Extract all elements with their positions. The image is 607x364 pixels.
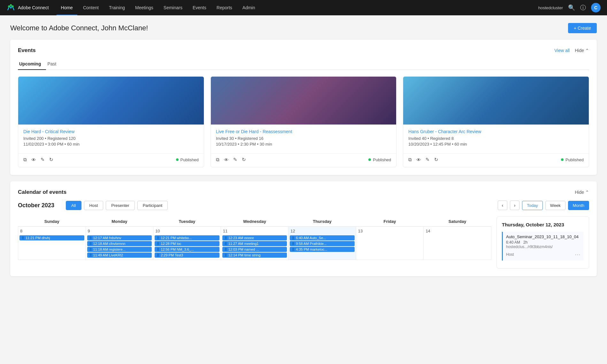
- cal-day-number: 9: [87, 228, 152, 234]
- calendar-event-item[interactable]: 👤11:27 AM meeting1: [222, 241, 287, 246]
- help-icon[interactable]: ⓘ: [580, 4, 586, 11]
- calendar-event-item[interactable]: 👤12:03 PM named ...: [222, 247, 287, 252]
- nav-links: HomeContentTrainingMeetingsSeminarsEvent…: [57, 0, 538, 15]
- event-action-icons: ⧉ 👁 ✎ ↻: [23, 157, 53, 163]
- cal-filter-participant[interactable]: Participant: [137, 201, 168, 210]
- calendar-event-item[interactable]: 👤11:49 AM LiveKRl2: [87, 253, 152, 258]
- tab-past[interactable]: Past: [46, 59, 61, 70]
- events-card-header: Events View all Hide ⌃: [18, 47, 589, 54]
- calendar-event-item[interactable]: 👤11:21 PM dhvhj: [19, 235, 84, 240]
- preview-icon[interactable]: 👁: [31, 157, 36, 163]
- edit-icon[interactable]: ✎: [41, 157, 45, 163]
- cal-filter-all[interactable]: All: [66, 201, 81, 210]
- username: hostedcluster: [538, 5, 563, 10]
- calendar-event-item[interactable]: 👤12:18 AM cfnvbrmnn: [87, 241, 152, 246]
- cal-cell-8: 8👤11:21 PM dhvhj: [18, 227, 86, 260]
- nav-link-training[interactable]: Training: [104, 0, 129, 15]
- status-dot: [368, 158, 371, 161]
- calendar-event-item[interactable]: 👤12:28 PM loc: [155, 241, 219, 246]
- logo-icon: [6, 3, 15, 12]
- calendar-grid-wrapper: SundayMondayTuesdayWednesdayThursdayFrid…: [18, 216, 491, 269]
- cal-filter-host[interactable]: Host: [84, 201, 104, 210]
- cal-cell-10: 10👤12:21 PM whitebo...👤12:28 PM loc👤12:5…: [153, 227, 221, 260]
- nav-link-content[interactable]: Content: [79, 0, 103, 15]
- refresh-icon[interactable]: ↻: [434, 157, 438, 163]
- external-link-icon[interactable]: ⧉: [216, 157, 219, 163]
- sidebar-event-role: Host: [506, 252, 514, 257]
- external-link-icon[interactable]: ⧉: [23, 157, 27, 163]
- nav-link-seminars[interactable]: Seminars: [159, 0, 187, 15]
- event-thumbnail: [403, 77, 589, 125]
- tab-upcoming[interactable]: Upcoming: [18, 59, 46, 70]
- event-status: Published: [368, 157, 391, 162]
- event-name[interactable]: Die Hard - Critical Review: [23, 129, 199, 134]
- nav-link-meetings[interactable]: Meetings: [131, 0, 158, 15]
- calendar-event-item[interactable]: 👤12:23 AM eeeee: [222, 235, 287, 240]
- app-logo[interactable]: Adobe Connect: [6, 3, 49, 12]
- event-icon: 👤: [224, 248, 227, 251]
- calendar-event-item[interactable]: 👤12:14 PM time string: [222, 253, 287, 258]
- calendar-event-item[interactable]: 👤12:21 PM whitebo...: [155, 235, 219, 240]
- app-name: Adobe Connect: [18, 5, 49, 10]
- calendar-month-button[interactable]: Month: [568, 201, 589, 210]
- nav-link-admin[interactable]: Admin: [238, 0, 260, 15]
- cal-filter-presenter[interactable]: Presenter: [106, 201, 134, 210]
- cal-day-number: 12: [290, 228, 355, 234]
- calendar-event-item[interactable]: 👤12:17 AM fnbvhnv: [87, 235, 152, 240]
- user-avatar[interactable]: C: [591, 3, 601, 12]
- calendar-week-button[interactable]: Week: [545, 201, 565, 210]
- calendar-event-item[interactable]: 👤4:35 PM marketoc...: [290, 247, 355, 252]
- calendar-next-button[interactable]: ›: [510, 201, 519, 210]
- event-icon: 👤: [21, 236, 25, 239]
- sidebar-event-more-button[interactable]: ⋯: [575, 251, 580, 258]
- event-icon: 👤: [156, 248, 160, 251]
- event-invited-registered: Invited 40 • Registered 8: [408, 136, 584, 141]
- calendar-event-item[interactable]: 👤6:40 AM Auto_Se...: [290, 235, 355, 240]
- event-invited-registered: Invited 30 • Registered 16: [216, 136, 391, 141]
- event-card-0: Die Hard - Critical Review Invited 200 •…: [18, 76, 204, 167]
- view-all-link[interactable]: View all: [554, 48, 570, 53]
- search-icon[interactable]: 🔍: [568, 4, 575, 11]
- cal-day-header-monday: Monday: [86, 216, 153, 227]
- nav-link-home[interactable]: Home: [57, 0, 77, 15]
- cal-cell-11: 11👤12:23 AM eeeee👤11:27 AM meeting1👤12:0…: [221, 227, 288, 260]
- hide-calendar-button[interactable]: Hide ⌃: [575, 190, 589, 195]
- refresh-icon[interactable]: ↻: [49, 157, 53, 163]
- calendar-event-item[interactable]: 👤2:29 PM Test3: [155, 253, 219, 258]
- refresh-icon[interactable]: ↻: [242, 157, 246, 163]
- nav-link-reports[interactable]: Reports: [212, 0, 237, 15]
- cal-cell-13: 13: [356, 227, 424, 260]
- calendar-event-item[interactable]: 👤9:58 AM Prathikte...: [290, 241, 355, 246]
- sidebar-event-name: Auto_Seminar_2023_10_11_18_10_04: [506, 234, 580, 239]
- svg-point-1: [8, 5, 10, 7]
- event-status: Published: [176, 157, 199, 162]
- edit-icon[interactable]: ✎: [426, 157, 430, 163]
- event-card-2: Hans Gruber - Character Arc Review Invit…: [403, 76, 589, 167]
- event-name[interactable]: Live Free or Die Hard - Reassessment: [216, 129, 391, 134]
- external-link-icon[interactable]: ⧉: [408, 157, 412, 163]
- preview-icon[interactable]: 👁: [416, 157, 421, 163]
- event-info: Live Free or Die Hard - Reassessment Inv…: [211, 125, 396, 152]
- event-datetime: 11/02/2023 • 3:00 PM • 60 min: [23, 142, 199, 147]
- create-button[interactable]: + Create: [568, 23, 597, 33]
- event-icon: 👤: [156, 236, 160, 239]
- nav-right: hostedcluster 🔍 ⓘ C: [538, 3, 601, 12]
- event-actions: ⧉ 👁 ✎ ↻ Published: [403, 153, 589, 167]
- calendar-today-button[interactable]: Today: [522, 201, 543, 210]
- status-label: Published: [373, 157, 391, 162]
- cal-day-number: 10: [155, 228, 219, 234]
- events-card: Events View all Hide ⌃ UpcomingPast Die …: [10, 40, 597, 175]
- hide-events-button[interactable]: Hide ⌃: [575, 48, 589, 53]
- edit-icon[interactable]: ✎: [233, 157, 237, 163]
- cal-cell-9: 9👤12:17 AM fnbvhnv👤12:18 AM cfnvbrmnn👤11…: [86, 227, 153, 260]
- calendar-prev-button[interactable]: ‹: [498, 201, 507, 210]
- preview-icon[interactable]: 👁: [224, 157, 229, 163]
- calendar-event-item[interactable]: 👤11:18 AM registere...: [87, 247, 152, 252]
- sidebar-date-title: Thursday, October 12, 2023: [502, 222, 584, 227]
- main-content: Welcome to Adobe Connect, John McClane! …: [0, 15, 607, 290]
- calendar-event-item[interactable]: 👤12:56 PM NM_3.6_...: [155, 247, 219, 252]
- nav-link-events[interactable]: Events: [188, 0, 211, 15]
- cal-cell-14: 14: [424, 227, 491, 260]
- svg-point-3: [12, 5, 14, 7]
- event-name[interactable]: Hans Gruber - Character Arc Review: [408, 129, 584, 134]
